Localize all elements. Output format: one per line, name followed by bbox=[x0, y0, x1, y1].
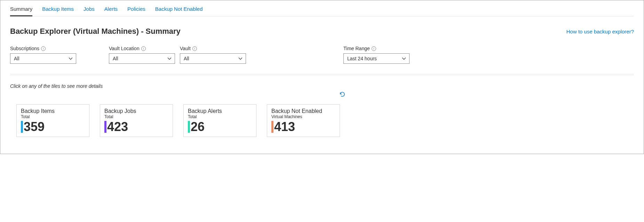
vault-dropdown[interactable]: All bbox=[180, 53, 246, 64]
vault-value: All bbox=[184, 56, 189, 61]
filters-row: Subscriptions i All Vault Location i All bbox=[10, 46, 634, 76]
subscriptions-label: Subscriptions i bbox=[10, 46, 76, 51]
tabs-bar: Summary Backup Items Jobs Alerts Policie… bbox=[10, 0, 634, 16]
tile-title: Backup Not Enabled bbox=[271, 108, 335, 114]
tile-backup-alerts[interactable]: Backup Alerts Total 26 bbox=[183, 104, 256, 137]
tile-subtitle: Total bbox=[188, 114, 252, 119]
tile-title: Backup Items bbox=[21, 108, 85, 114]
tile-value: 413 bbox=[273, 121, 295, 133]
tile-title: Backup Alerts bbox=[188, 108, 252, 114]
chevron-down-icon bbox=[68, 56, 73, 61]
tile-value: 359 bbox=[23, 121, 45, 133]
undo-icon[interactable] bbox=[339, 91, 346, 99]
tab-alerts[interactable]: Alerts bbox=[104, 3, 118, 16]
chevron-down-icon bbox=[167, 56, 172, 61]
tab-jobs[interactable]: Jobs bbox=[84, 3, 95, 16]
tab-backup-not-enabled[interactable]: Backup Not Enabled bbox=[155, 3, 203, 16]
tile-value: 26 bbox=[190, 121, 205, 133]
tab-summary[interactable]: Summary bbox=[10, 3, 32, 16]
vault-location-value: All bbox=[113, 56, 118, 61]
tile-backup-jobs[interactable]: Backup Jobs Total 423 bbox=[100, 104, 173, 137]
vault-location-label-text: Vault Location bbox=[109, 46, 140, 51]
tile-subtitle: Virtual Machines bbox=[271, 114, 335, 119]
info-icon[interactable]: i bbox=[41, 46, 46, 51]
tile-subtitle: Total bbox=[104, 114, 168, 119]
tile-subtitle: Total bbox=[21, 114, 85, 119]
info-icon[interactable]: i bbox=[192, 46, 197, 51]
tile-title: Backup Jobs bbox=[104, 108, 168, 114]
tile-backup-items[interactable]: Backup Items Total 359 bbox=[16, 104, 89, 137]
info-icon[interactable]: i bbox=[141, 46, 146, 51]
page-title: Backup Explorer (Virtual Machines) - Sum… bbox=[10, 27, 181, 36]
subscriptions-dropdown[interactable]: All bbox=[10, 53, 76, 64]
vault-label: Vault i bbox=[180, 46, 246, 51]
tab-backup-items[interactable]: Backup Items bbox=[42, 3, 74, 16]
tile-value: 423 bbox=[106, 121, 128, 133]
time-range-dropdown[interactable]: Last 24 hours bbox=[343, 53, 410, 64]
vault-location-label: Vault Location i bbox=[109, 46, 175, 51]
vault-location-dropdown[interactable]: All bbox=[109, 53, 175, 64]
chevron-down-icon bbox=[401, 56, 406, 61]
time-range-value: Last 24 hours bbox=[347, 56, 377, 61]
tile-backup-not-enabled[interactable]: Backup Not Enabled Virtual Machines 413 bbox=[267, 104, 340, 137]
info-icon[interactable]: i bbox=[372, 46, 376, 51]
hint-text: Click on any of the tiles to see more de… bbox=[10, 83, 634, 89]
tiles-row: Backup Items Total 359 Backup Jobs Total… bbox=[10, 104, 634, 137]
time-range-label-text: Time Range bbox=[343, 46, 370, 51]
help-link[interactable]: How to use backup explorer? bbox=[566, 29, 634, 35]
time-range-label: Time Range i bbox=[343, 46, 410, 51]
chevron-down-icon bbox=[238, 56, 243, 61]
subscriptions-value: All bbox=[14, 56, 19, 61]
vault-label-text: Vault bbox=[180, 46, 191, 51]
subscriptions-label-text: Subscriptions bbox=[10, 46, 39, 51]
tab-policies[interactable]: Policies bbox=[127, 3, 145, 16]
